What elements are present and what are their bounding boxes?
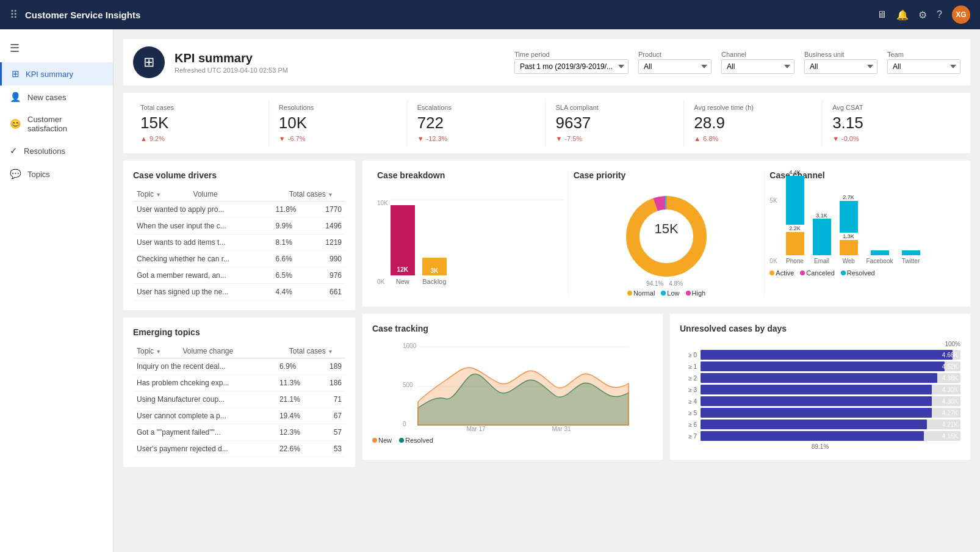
- y-label-1000: 1000: [403, 343, 417, 349]
- sidebar-item-resolutions[interactable]: ✓ Resolutions: [0, 139, 113, 162]
- row-label: ≥ 3: [680, 387, 697, 393]
- volume-cell: 21.1%: [276, 391, 317, 408]
- down-arrow-icon: ▼: [555, 135, 562, 142]
- row-label: ≥ 1: [680, 363, 697, 370]
- table-row: User has signed up the ne...4.4%661: [133, 284, 345, 300]
- svg-point-0: [633, 203, 700, 270]
- main-content: ⊞ KPI summary Refreshed UTC 2019-04-10 0…: [113, 29, 980, 552]
- list-item: ≥ 0 4.66K: [680, 350, 960, 360]
- bottom-row: Case tracking 1000 500 0: [362, 314, 970, 460]
- filter-bu-select[interactable]: All: [804, 59, 877, 74]
- channel-email: 3.1K Email: [813, 212, 831, 264]
- table-row: Using Manufacturer coup...21.1%71: [133, 391, 345, 408]
- filter-team: Team All: [887, 51, 960, 74]
- topic-cell: User cannot complete a p...: [133, 408, 276, 424]
- bar-value: 4.15K: [942, 433, 958, 440]
- sidebar-item-new-cases[interactable]: 👤 New cases: [0, 85, 113, 109]
- filter-product-select[interactable]: All: [638, 59, 712, 74]
- filter-time-select[interactable]: Past 1 mo (2019/3/9-2019/...: [514, 59, 629, 74]
- hamburger-icon[interactable]: ☰: [0, 34, 113, 62]
- page-subtitle: Refreshed UTC 2019-04-10 02:53 PM: [175, 67, 288, 74]
- kpi-change: ▼ -0.0%: [832, 135, 953, 142]
- tracking-chart-wrap: 1000 500 0: [372, 341, 653, 434]
- filter-channel-select[interactable]: All: [721, 59, 794, 74]
- bar-resolved: [786, 176, 804, 225]
- list-item: ≥ 4 4.30K: [680, 396, 960, 406]
- kpi-value: 10K: [279, 114, 400, 133]
- monitor-icon[interactable]: 🖥: [877, 9, 887, 20]
- filter-channel: Channel All: [721, 51, 794, 74]
- topnav: ⠿ Customer Service Insights 🖥 🔔 ⚙ ? XG: [0, 0, 980, 29]
- bar-fill: [701, 431, 924, 441]
- bar-backlog-fill: 3K: [422, 258, 447, 275]
- app-body: ☰ ⊞ KPI summary 👤 New cases 😊 Customer s…: [0, 29, 980, 552]
- table-row: Inquiry on the recent deal...6.9%189: [133, 358, 345, 375]
- bar-new-xlabel: New: [396, 278, 409, 285]
- down-arrow-icon: ▼: [417, 135, 424, 142]
- kpi-label: Resolutions: [279, 104, 400, 111]
- channel-email-bars: 3.1K: [813, 212, 831, 255]
- kpi-label: Avg CSAT: [832, 104, 953, 111]
- volume-table-scroll[interactable]: User wanted to apply pro...11.8%1770When…: [133, 202, 345, 300]
- sidebar-item-label: Topics: [27, 170, 50, 179]
- donut-chart: 15K: [618, 187, 715, 285]
- unresolved-max-label: 100%: [680, 341, 960, 347]
- bar-fill: [701, 361, 945, 371]
- case-priority-title: Case priority: [574, 170, 760, 180]
- kpi-escalations: Escalations 722 ▼ -12.3%: [410, 99, 546, 147]
- active-legend-dot: [769, 271, 774, 275]
- sort-icon: ▼: [328, 349, 333, 355]
- grid-icon[interactable]: ⠿: [10, 8, 18, 21]
- sidebar-item-customer-satisfaction[interactable]: 😊 Customer satisfaction: [0, 109, 113, 139]
- volume-cell: 6.6%: [272, 251, 312, 267]
- list-item: ≥ 7 4.15K: [680, 431, 960, 441]
- total-cell: 71: [317, 391, 345, 408]
- case-volume-table: Topic ▼ Volume Total cases ▼: [133, 187, 345, 202]
- volume-data-table: User wanted to apply pro...11.8%1770When…: [133, 202, 345, 300]
- top-charts-panel: Case breakdown 10K 0K: [362, 161, 970, 307]
- row-label: ≥ 5: [680, 410, 697, 416]
- volume-cell: 11.3%: [276, 375, 317, 391]
- emerging-table-scroll[interactable]: Inquiry on the recent deal...6.9%189Has …: [133, 358, 345, 457]
- up-arrow-icon: ▲: [694, 135, 701, 142]
- kpi-value: 3.15: [832, 114, 953, 133]
- emerging-data-table: Inquiry on the recent deal...6.9%189Has …: [133, 358, 345, 457]
- volume-cell: 11.8%: [272, 202, 312, 218]
- bell-icon[interactable]: 🔔: [896, 9, 909, 21]
- emerging-topics-panel: Emerging topics Topic ▼ Volume change To…: [123, 318, 355, 467]
- row-label: ≥ 6: [680, 421, 697, 428]
- unresolved-title: Unresolved cases by days: [680, 324, 960, 333]
- list-item: ≥ 3 4.30K: [680, 385, 960, 394]
- filter-team-select[interactable]: All: [887, 59, 960, 74]
- page-info: KPI summary Refreshed UTC 2019-04-10 02:…: [175, 51, 288, 74]
- volume-cell: 12.3%: [276, 424, 317, 441]
- filter-team-label: Team: [887, 51, 960, 58]
- bar-value: 4.30K: [942, 398, 958, 405]
- sidebar-item-label: KPI summary: [26, 70, 73, 79]
- kpi-change: ▲ 6.8%: [694, 135, 815, 142]
- sort-icon: ▼: [156, 192, 161, 198]
- channel-phone-label: Phone: [786, 258, 804, 264]
- normal-legend-dot: [627, 291, 632, 296]
- filter-channel-label: Channel: [721, 51, 794, 58]
- table-row: Got a member reward, an...6.5%976: [133, 267, 345, 284]
- col-topic: Topic ▼: [133, 187, 190, 202]
- sidebar-item-topics[interactable]: 💬 Topics: [0, 162, 113, 186]
- avatar[interactable]: XG: [952, 5, 970, 24]
- y-label-500: 500: [403, 382, 413, 388]
- kpi-change: ▼ -7.5%: [555, 135, 676, 142]
- kpi-value: 15K: [140, 114, 261, 133]
- scroll-col: [337, 187, 345, 202]
- filter-product-label: Product: [638, 51, 712, 58]
- total-cell: 990: [312, 251, 345, 267]
- table-row: User's paymenr rejected d...22.6%53: [133, 441, 345, 457]
- sidebar-item-kpi-summary[interactable]: ⊞ KPI summary: [0, 62, 113, 85]
- topic-cell: User has signed up the ne...: [133, 284, 272, 300]
- bar-fill: [701, 385, 932, 394]
- help-icon[interactable]: ?: [937, 9, 942, 20]
- volume-cell: 9.9%: [272, 218, 312, 234]
- volume-cell: 8.1%: [272, 234, 312, 251]
- row-label: ≥ 7: [680, 433, 697, 440]
- topic-cell: Has problem chceking exp...: [133, 375, 276, 391]
- gear-icon[interactable]: ⚙: [918, 9, 927, 21]
